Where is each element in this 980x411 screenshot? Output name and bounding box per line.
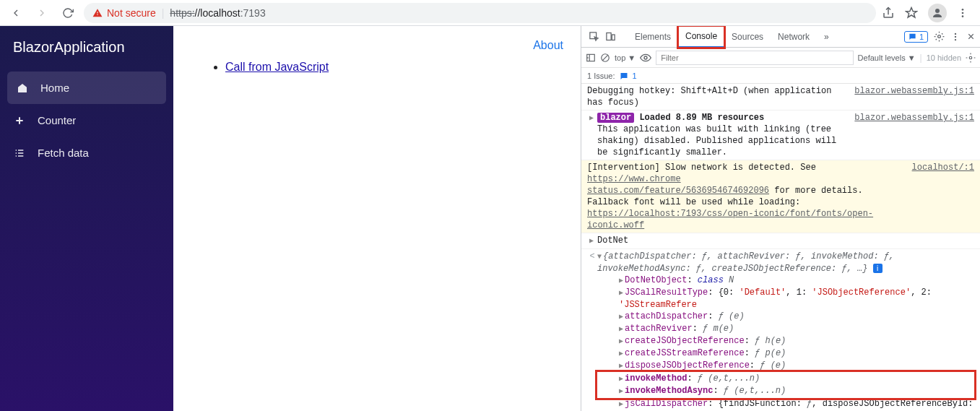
source-link[interactable]: blazor.webassembly.js:1 <box>847 85 974 108</box>
devtools-panel: Elements Console Sources Network » 1 top… <box>581 26 980 411</box>
share-icon[interactable] <box>882 7 895 20</box>
svg-point-3 <box>962 15 964 17</box>
eye-icon[interactable] <box>640 52 651 64</box>
kebab-icon[interactable] <box>950 32 961 42</box>
svg-point-0 <box>935 9 940 13</box>
svg-point-14 <box>969 56 972 59</box>
plus-icon <box>13 115 26 126</box>
object-property[interactable]: ▶jsCallDispatcher: {findJSFunction: ƒ, d… <box>597 398 974 411</box>
gear-icon[interactable] <box>966 53 976 63</box>
tab-network[interactable]: Network <box>771 26 817 48</box>
log-object[interactable]: ▼{attachDispatcher: ƒ, attachReviver: ƒ,… <box>597 251 974 274</box>
object-property[interactable]: ▶createJSStreamReference: ƒ p(e) <box>597 347 974 360</box>
sidebar-toggle-icon[interactable] <box>586 53 596 63</box>
object-property[interactable]: ▶attachReviver: ƒ m(e) <box>597 323 974 335</box>
filter-input[interactable] <box>656 51 853 65</box>
menu-icon[interactable] <box>957 7 968 19</box>
levels-dropdown[interactable]: Default levels ▼ <box>858 53 916 62</box>
object-property[interactable]: ▶disposeJSObjectReference: ƒ (e) <box>597 360 974 372</box>
chat-icon <box>620 72 628 80</box>
devtools-tabs: Elements Console Sources Network » 1 <box>581 26 980 48</box>
svg-point-9 <box>955 35 956 37</box>
issue-bar[interactable]: 1 Issue: 1 <box>581 68 980 84</box>
close-icon[interactable] <box>966 32 976 41</box>
console-toolbar: top ▼ Default levels ▼ | 10 hidden <box>581 48 980 68</box>
log-warning: [Intervention] Slow network is detected.… <box>587 162 905 231</box>
tab-more-icon[interactable]: » <box>817 26 836 48</box>
sidebar-item-home[interactable]: Home <box>7 72 166 104</box>
inspect-icon[interactable] <box>586 31 602 42</box>
reload-button[interactable] <box>58 3 78 23</box>
list-icon <box>13 147 26 159</box>
tab-console[interactable]: Console <box>678 26 724 48</box>
source-link[interactable]: blazor.webassembly.js:1 <box>847 112 974 158</box>
object-property[interactable]: ▶invokeMethodAsync: ƒ (e,t,...n) <box>597 385 974 397</box>
hidden-count: 10 hidden <box>927 53 961 62</box>
address-bar[interactable]: Not secure | https://localhost:7193 <box>84 3 876 23</box>
clear-icon[interactable] <box>600 53 610 63</box>
not-secure-badge: Not secure <box>92 7 156 19</box>
app-title: BlazorApplication <box>0 26 173 72</box>
back-button[interactable] <box>6 3 26 23</box>
tab-sources[interactable]: Sources <box>724 26 771 48</box>
home-icon <box>16 82 29 94</box>
call-from-js-link[interactable]: Call from JavaScript <box>225 61 329 73</box>
object-property[interactable]: ▶attachDispatcher: ƒ (e) <box>597 311 974 323</box>
svg-point-13 <box>644 56 647 59</box>
avatar-icon[interactable] <box>928 4 947 22</box>
object-property[interactable]: ▶invokeMethod: ƒ (e,t,...n) <box>597 373 974 385</box>
console-output: Debugging hotkey: Shift+Alt+D (when appl… <box>581 84 980 411</box>
about-link[interactable]: About <box>533 39 563 52</box>
log-line: blazor Loaded 8.89 MB resources This app… <box>597 112 847 158</box>
svg-point-10 <box>955 38 956 40</box>
gear-icon[interactable] <box>934 31 945 42</box>
context-dropdown[interactable]: top ▼ <box>615 53 636 62</box>
svg-point-8 <box>955 33 956 34</box>
svg-rect-6 <box>612 35 615 40</box>
svg-rect-4 <box>590 33 597 39</box>
source-link[interactable]: localhost/:1 <box>905 162 974 231</box>
page-content: About Call from JavaScript <box>173 26 581 411</box>
object-property[interactable]: ▶createJSObjectReference: ƒ h(e) <box>597 335 974 347</box>
sidebar-item-fetch[interactable]: Fetch data <box>0 137 173 169</box>
tab-elements[interactable]: Elements <box>628 26 678 48</box>
info-icon[interactable]: i <box>873 264 883 273</box>
sidebar-item-counter[interactable]: Counter <box>0 104 173 137</box>
log-line[interactable]: DotNet <box>597 235 974 247</box>
sidebar: BlazorApplication Home Counter Fetch dat… <box>0 26 173 411</box>
forward-button[interactable] <box>32 3 52 23</box>
object-property[interactable]: ▶DotNetObject: class N <box>597 274 974 287</box>
url-text: https://localhost:7193 <box>170 7 265 19</box>
svg-point-2 <box>962 12 964 14</box>
log-line: Debugging hotkey: Shift+Alt+D (when appl… <box>587 85 847 108</box>
browser-toolbar: Not secure | https://localhost:7193 <box>0 0 980 26</box>
svg-point-7 <box>938 35 941 38</box>
star-icon[interactable] <box>905 7 918 20</box>
object-property[interactable]: ▶JSCallResultType: {0: 'Default', 1: 'JS… <box>597 287 974 311</box>
issues-badge[interactable]: 1 <box>904 31 928 43</box>
device-icon[interactable] <box>602 31 619 42</box>
svg-point-1 <box>962 9 964 11</box>
svg-rect-5 <box>607 33 611 40</box>
